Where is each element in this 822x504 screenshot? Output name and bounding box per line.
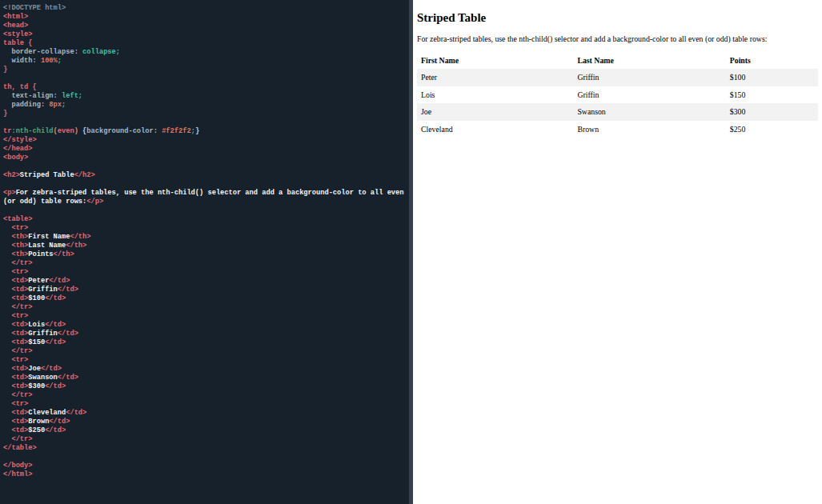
code-token-gray: <!DOCTYPE html> [3,4,66,12]
code-line: <td>Brown</td> [3,418,409,426]
code-token-text: $150 [28,338,45,346]
code-token-text: Joe [28,365,41,373]
code-token-tag: tr [3,127,11,135]
table-cell: Griffin [573,86,725,104]
code-token-tag: </td> [45,382,66,390]
code-token-tag: th, td { [3,83,37,91]
code-token-tag: <tr> [3,268,28,276]
table-cell: Brown [573,121,725,138]
code-token-tag: </tr> [3,259,33,267]
code-token-text: Peter [28,277,49,285]
code-token-num: 100% [41,57,58,65]
table-cell: Peter [417,69,573,86]
code-token-text: Brown [28,418,49,426]
code-line [3,74,409,83]
code-line: tr:nth-child(even) {background-color: #f… [3,127,409,136]
code-token-text: Swanson [28,374,58,382]
code-token-tag: <td> [3,418,28,426]
code-line: <tr> [3,312,409,321]
code-token-tag: </html> [3,470,33,478]
table-cell: Lois [417,86,573,104]
table-cell: $100 [726,69,818,86]
code-line: <th>Points</th> [3,250,409,259]
code-line [3,118,409,127]
code-line [3,453,409,462]
code-line: <body> [3,154,409,162]
code-token-tag: } [3,66,7,74]
code-line: <!DOCTYPE html> [3,4,409,13]
code-token-tag: </td> [58,330,78,338]
code-line: <td>Griffin</td> [3,286,409,294]
code-token-punc: } [195,127,199,135]
code-token-tag: <tr> [3,312,28,320]
code-line: table { [3,39,409,48]
code-token-tag: <head> [3,22,28,30]
code-token-tag: <td> [3,338,28,346]
code-line: <tr> [3,268,409,277]
code-line: <style> [3,30,409,39]
code-line: <td>Cleveland</td> [3,409,409,418]
code-line: <th>Last Name</th> [3,242,409,250]
code-line: <td>$100</td> [3,294,409,303]
code-line: border-collapse: collapse; [3,48,409,57]
code-token-prop: text-align: [3,92,62,100]
code-line: </table> [3,444,409,453]
code-token-text: Striped Table [20,171,74,179]
code-line: } [3,110,409,118]
table-cell: $150 [726,86,818,104]
code-line: <html> [3,13,409,22]
code-token-tag: <p> [3,189,16,197]
code-token-val: ; [62,101,66,109]
code-line: <td>Griffin</td> [3,330,409,338]
code-editor[interactable]: <!DOCTYPE html><html><head><style>table … [0,0,409,504]
code-token-tag: </td> [49,277,70,285]
code-line: <td>Joe</td> [3,365,409,374]
code-token-tag: <tr> [3,400,28,408]
code-line: (or odd) table rows:</p> [3,198,409,206]
column-header: Last Name [573,52,725,70]
code-token-tag: </tr> [3,435,33,443]
code-line: </tr> [3,391,409,400]
code-line: <head> [3,22,409,30]
table-row: ClevelandBrown$250 [417,121,818,138]
code-token-tag: </th> [70,233,90,241]
code-token-punc: { [78,127,86,135]
code-token-tag: <table> [3,215,33,223]
code-token-tag: <body> [3,154,28,162]
code-token-prop: width: [3,57,41,65]
code-line: </body> [3,462,409,470]
code-token-tag: <h2> [3,171,20,179]
code-token-prop: padding: [3,101,49,109]
code-line: <table> [3,215,409,224]
code-token-tag: <td> [3,286,28,294]
code-token-tag: <td> [3,294,28,302]
table-cell: Griffin [573,69,725,86]
code-line: </html> [3,470,409,479]
table-cell: Cleveland [417,121,573,138]
code-line: <td>Swanson</td> [3,374,409,382]
code-token-tag: </td> [58,286,78,294]
code-line: <td>Peter</td> [3,277,409,286]
code-token-tag: <td> [3,409,28,417]
column-header: Points [726,52,818,70]
code-token-tag: <th> [3,242,28,250]
table-row: PeterGriffin$100 [417,69,818,86]
code-token-text: Points [28,250,53,258]
code-token-tag: </tr> [3,347,33,355]
code-token-tag: <html> [3,13,28,21]
code-token-tag: </h2> [74,171,95,179]
code-token-tag: <style> [3,30,33,38]
code-token-tag: <td> [3,330,28,338]
code-token-tag: <td> [3,277,28,285]
code-line: width: 100%; [3,57,409,66]
code-line [3,162,409,171]
table-cell: Joe [417,103,573,121]
code-token-text: For zebra-striped tables, use the nth-ch… [16,189,404,197]
code-token-tag: <td> [3,365,28,373]
code-line: <td>$250</td> [3,426,409,435]
table-cell: $300 [726,103,818,121]
code-token-tag: </td> [45,321,66,329]
result-pane: Striped Table For zebra-striped tables, … [413,0,822,504]
code-token-text: Griffin [28,330,58,338]
tryit-editor-window: <!DOCTYPE html><html><head><style>table … [0,0,822,504]
